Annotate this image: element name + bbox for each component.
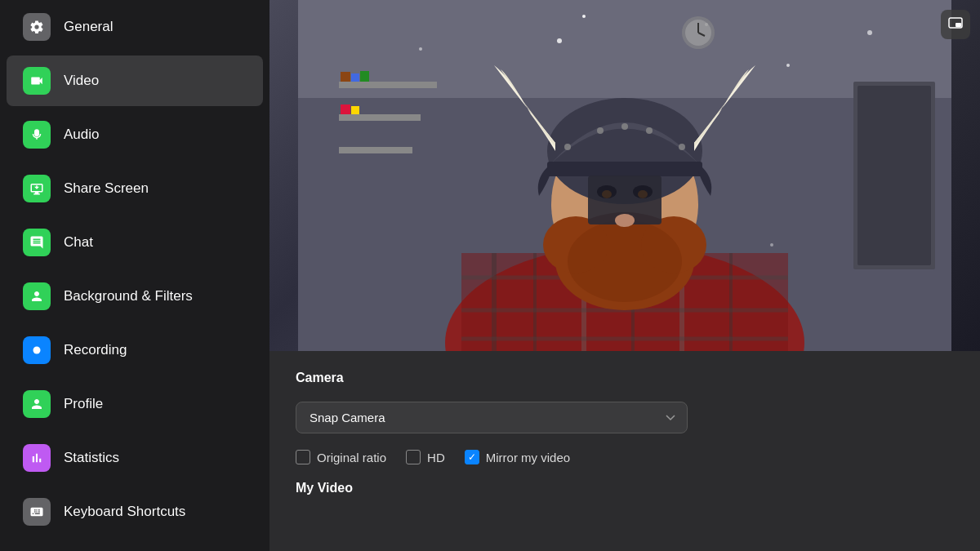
svg-rect-4 — [339, 114, 421, 121]
recording-icon — [23, 336, 51, 364]
share-screen-icon — [23, 175, 51, 202]
checkbox-row: Original ratio HD ✓ Mirror my video — [296, 450, 954, 464]
sidebar-item-statistics[interactable]: Statistics — [7, 433, 263, 483]
svg-rect-12 — [858, 86, 931, 265]
sidebar-item-background-filters-label: Background & Filters — [64, 288, 193, 304]
svg-point-36 — [679, 144, 685, 150]
general-icon — [23, 13, 51, 41]
video-icon — [23, 67, 51, 95]
svg-point-45 — [786, 64, 790, 67]
pip-button[interactable] — [941, 10, 970, 39]
sidebar-item-recording-label: Recording — [64, 342, 127, 358]
sidebar-item-profile[interactable]: Profile — [7, 379, 263, 429]
sidebar: GeneralVideoAudioShare ScreenChatBackgro… — [0, 0, 270, 551]
sidebar-item-share-screen[interactable]: Share Screen — [7, 163, 263, 214]
sidebar-item-background-filters[interactable]: Background & Filters — [7, 271, 263, 322]
sidebar-item-chat-label: Chat — [64, 234, 93, 251]
original-ratio-checkbox-item[interactable]: Original ratio — [296, 450, 386, 464]
mirror-video-checkbox[interactable]: ✓ — [465, 450, 479, 464]
chat-icon — [23, 229, 51, 256]
sidebar-item-general[interactable]: General — [7, 2, 263, 52]
svg-point-41 — [602, 190, 612, 198]
hd-checkbox-item[interactable]: HD — [406, 450, 445, 464]
sidebar-item-keyboard-shortcuts[interactable]: Keyboard Shortcuts — [7, 487, 263, 537]
camera-section-label: Camera — [296, 371, 954, 385]
sidebar-item-keyboard-shortcuts-label: Keyboard Shortcuts — [64, 504, 185, 520]
svg-rect-31 — [547, 162, 702, 176]
mirror-video-checkbox-item[interactable]: ✓ Mirror my video — [465, 450, 570, 464]
sidebar-item-video-label: Video — [64, 73, 99, 89]
sidebar-item-audio-label: Audio — [64, 127, 99, 143]
hd-label: HD — [427, 451, 445, 464]
svg-point-42 — [638, 190, 648, 198]
pip-icon — [947, 16, 964, 33]
keyboard-shortcuts-icon — [23, 498, 51, 526]
sidebar-item-profile-label: Profile — [64, 396, 103, 412]
mirror-video-label: Mirror my video — [486, 451, 570, 464]
svg-point-48 — [582, 15, 586, 18]
svg-point-0 — [33, 347, 41, 354]
svg-rect-6 — [341, 72, 350, 82]
profile-icon — [23, 390, 51, 418]
original-ratio-label: Original ratio — [317, 451, 386, 464]
svg-point-29 — [568, 220, 682, 302]
svg-point-40 — [615, 214, 635, 227]
sidebar-item-video[interactable]: Video — [7, 56, 263, 106]
svg-rect-3 — [339, 82, 437, 88]
svg-rect-10 — [351, 106, 359, 114]
svg-point-32 — [564, 144, 571, 150]
hd-checkbox[interactable] — [406, 450, 421, 464]
main-content: Camera Snap CameraFaceTime HD CameraVirt… — [270, 0, 980, 551]
camera-dropdown[interactable]: Snap CameraFaceTime HD CameraVirtual Cam… — [296, 402, 688, 433]
svg-rect-5 — [339, 147, 412, 153]
video-preview-container — [270, 0, 980, 351]
svg-rect-55 — [956, 23, 961, 27]
sidebar-item-chat[interactable]: Chat — [7, 217, 263, 268]
sidebar-item-general-label: General — [64, 19, 113, 35]
sidebar-item-recording[interactable]: Recording — [7, 325, 263, 375]
svg-point-43 — [557, 38, 562, 43]
original-ratio-checkbox[interactable] — [296, 450, 310, 464]
svg-point-35 — [646, 127, 653, 134]
settings-panel: Camera Snap CameraFaceTime HD CameraVirt… — [270, 351, 980, 515]
svg-point-34 — [621, 123, 628, 130]
video-frame-svg — [270, 0, 980, 351]
sidebar-item-statistics-label: Statistics — [64, 450, 119, 466]
svg-point-46 — [419, 47, 422, 51]
statistics-icon — [23, 444, 51, 472]
svg-rect-9 — [341, 104, 350, 114]
svg-point-47 — [867, 30, 872, 35]
sidebar-item-share-screen-label: Share Screen — [64, 180, 149, 197]
svg-point-49 — [770, 243, 773, 247]
svg-point-33 — [597, 127, 604, 134]
audio-icon — [23, 121, 51, 149]
svg-rect-7 — [351, 73, 359, 82]
svg-rect-8 — [360, 71, 369, 82]
my-video-section-label: My Video — [296, 481, 954, 495]
video-background — [270, 0, 980, 351]
sidebar-item-audio[interactable]: Audio — [7, 109, 263, 160]
background-filters-icon — [23, 282, 51, 310]
